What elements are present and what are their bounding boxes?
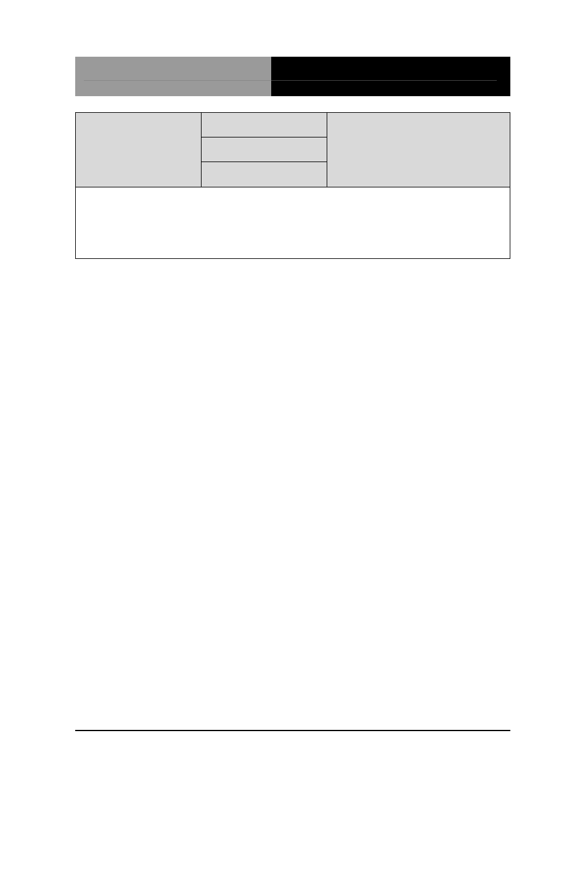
form-table xyxy=(75,112,510,259)
header-right-underline xyxy=(271,61,497,81)
table-cell-left xyxy=(76,113,202,187)
table-cell-middle-1 xyxy=(202,113,327,137)
table-body-cell xyxy=(76,187,510,258)
header-left-panel xyxy=(75,57,271,96)
table-cell-middle-3 xyxy=(202,162,327,187)
header-left-underline xyxy=(84,61,271,81)
table-cell-middle-2 xyxy=(202,137,327,162)
table-header-row xyxy=(76,113,510,187)
page-content xyxy=(75,57,510,259)
table-cell-middle-group xyxy=(202,113,327,187)
header-bar xyxy=(75,57,510,96)
footer-divider xyxy=(75,730,510,731)
header-right-panel xyxy=(271,57,510,96)
table-cell-right xyxy=(327,113,510,187)
